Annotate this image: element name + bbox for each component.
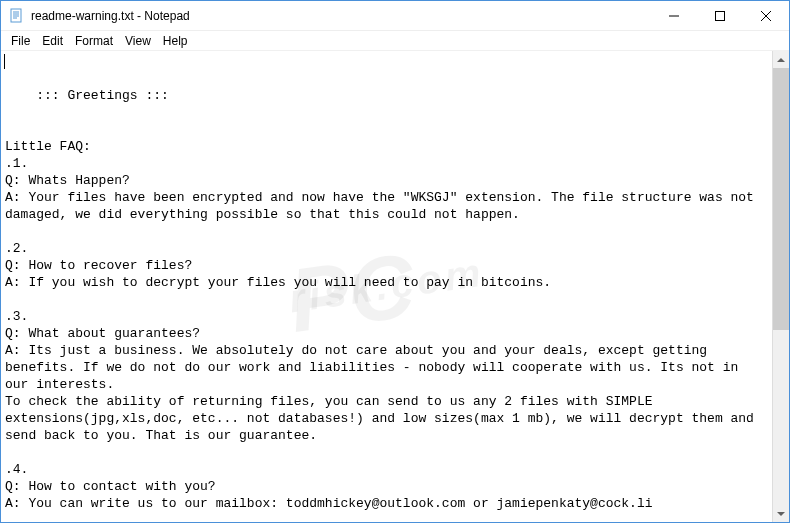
vertical-scrollbar[interactable] (772, 51, 789, 522)
menu-format[interactable]: Format (69, 32, 119, 50)
titlebar: readme-warning.txt - Notepad (1, 1, 789, 31)
watermark-main: PC (282, 234, 420, 350)
scroll-up-button[interactable] (773, 51, 789, 68)
svg-rect-6 (716, 12, 725, 21)
scroll-down-button[interactable] (773, 505, 789, 522)
close-button[interactable] (743, 1, 789, 31)
text-cursor (4, 54, 5, 69)
scroll-track[interactable] (773, 68, 789, 505)
menu-edit[interactable]: Edit (36, 32, 69, 50)
maximize-button[interactable] (697, 1, 743, 31)
document-text: ::: Greetings ::: Little FAQ: .1. Q: Wha… (5, 88, 762, 522)
minimize-button[interactable] (651, 1, 697, 31)
svg-marker-10 (777, 512, 785, 516)
notepad-icon (9, 8, 25, 24)
window-controls (651, 1, 789, 30)
menu-help[interactable]: Help (157, 32, 194, 50)
text-area[interactable]: ::: Greetings ::: Little FAQ: .1. Q: Wha… (1, 51, 772, 522)
scroll-thumb[interactable] (773, 68, 789, 330)
window-title: readme-warning.txt - Notepad (31, 9, 651, 23)
content-wrapper: ::: Greetings ::: Little FAQ: .1. Q: Wha… (1, 51, 789, 522)
menu-file[interactable]: File (5, 32, 36, 50)
menu-view[interactable]: View (119, 32, 157, 50)
menubar: File Edit Format View Help (1, 31, 789, 51)
svg-marker-9 (777, 58, 785, 62)
